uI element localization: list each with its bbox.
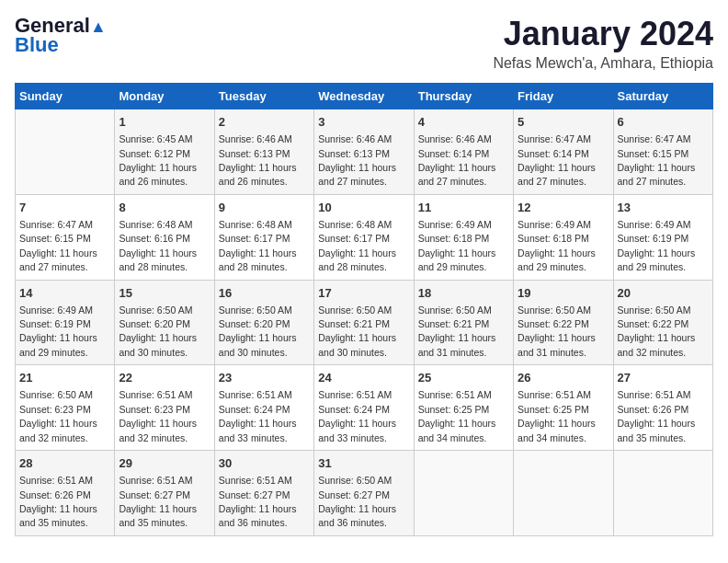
daylight-text: Daylight: 11 hours and 33 minutes. [318, 418, 396, 442]
header-thursday: Thursday [414, 84, 513, 109]
header-monday: Monday [115, 84, 214, 109]
day-number: 17 [318, 285, 409, 302]
day-number: 10 [318, 200, 409, 216]
sunrise-text: Sunrise: 6:50 AM [618, 304, 691, 316]
day-number: 22 [119, 370, 210, 386]
day-number: 15 [119, 285, 210, 302]
day-number: 20 [618, 285, 709, 302]
sunrise-text: Sunrise: 6:50 AM [318, 475, 392, 486]
sunset-text: Sunset: 6:27 PM [219, 489, 290, 500]
location-subtitle: Nefas Mewch'a, Amhara, Ethiopia [493, 55, 713, 72]
sunset-text: Sunset: 6:25 PM [418, 404, 490, 415]
sunset-text: Sunset: 6:26 PM [618, 404, 689, 415]
day-number: 24 [318, 370, 409, 386]
table-row: 14Sunrise: 6:49 AMSunset: 6:19 PMDayligh… [16, 280, 115, 365]
sunrise-text: Sunrise: 6:51 AM [119, 389, 192, 400]
sunrise-text: Sunrise: 6:47 AM [518, 133, 591, 144]
month-title: January 2024 [493, 15, 713, 53]
logo: General▲ Blue [15, 15, 107, 57]
day-number: 6 [618, 114, 709, 131]
weekday-header-row: Sunday Monday Tuesday Wednesday Thursday… [16, 84, 713, 109]
daylight-text: Daylight: 11 hours and 27 minutes. [19, 247, 97, 272]
table-row [514, 451, 613, 536]
table-row: 9Sunrise: 6:48 AMSunset: 6:17 PMDaylight… [214, 194, 313, 280]
sunrise-text: Sunrise: 6:50 AM [418, 304, 492, 316]
table-row: 25Sunrise: 6:51 AMSunset: 6:25 PMDayligh… [414, 365, 513, 451]
daylight-text: Daylight: 11 hours and 31 minutes. [518, 332, 596, 357]
header-saturday: Saturday [613, 84, 712, 109]
daylight-text: Daylight: 11 hours and 30 minutes. [318, 332, 396, 357]
daylight-text: Daylight: 11 hours and 34 minutes. [418, 418, 496, 442]
day-number: 12 [518, 200, 609, 216]
day-number: 11 [418, 200, 509, 216]
page-header: General▲ Blue January 2024 Nefas Mewch'a… [15, 15, 713, 72]
daylight-text: Daylight: 11 hours and 31 minutes. [418, 332, 496, 357]
day-number: 16 [219, 285, 310, 302]
table-row: 31Sunrise: 6:50 AMSunset: 6:27 PMDayligh… [314, 451, 414, 536]
day-number: 9 [219, 200, 310, 216]
sunset-text: Sunset: 6:25 PM [518, 404, 589, 415]
sunset-text: Sunset: 6:18 PM [418, 233, 490, 244]
header-sunday: Sunday [16, 84, 115, 109]
sunset-text: Sunset: 6:24 PM [318, 404, 390, 415]
sunrise-text: Sunrise: 6:46 AM [219, 133, 292, 144]
daylight-text: Daylight: 11 hours and 28 minutes. [219, 247, 297, 272]
table-row: 20Sunrise: 6:50 AMSunset: 6:22 PMDayligh… [613, 280, 712, 365]
sunrise-text: Sunrise: 6:47 AM [19, 219, 93, 230]
daylight-text: Daylight: 11 hours and 30 minutes. [219, 332, 297, 357]
daylight-text: Daylight: 11 hours and 28 minutes. [318, 247, 396, 272]
daylight-text: Daylight: 11 hours and 26 minutes. [219, 162, 297, 187]
sunset-text: Sunset: 6:17 PM [318, 233, 390, 244]
day-number: 21 [19, 370, 110, 386]
day-number: 13 [618, 200, 709, 216]
day-number: 4 [418, 114, 509, 131]
table-row: 13Sunrise: 6:49 AMSunset: 6:19 PMDayligh… [613, 194, 712, 280]
sunrise-text: Sunrise: 6:51 AM [219, 389, 292, 400]
day-number: 31 [318, 455, 409, 472]
daylight-text: Daylight: 11 hours and 27 minutes. [518, 162, 596, 187]
sunrise-text: Sunrise: 6:50 AM [19, 389, 93, 400]
daylight-text: Daylight: 11 hours and 35 minutes. [119, 503, 197, 528]
sunset-text: Sunset: 6:27 PM [119, 489, 190, 500]
sunset-text: Sunset: 6:20 PM [119, 318, 190, 329]
sunrise-text: Sunrise: 6:48 AM [318, 219, 392, 230]
sunset-text: Sunset: 6:18 PM [518, 233, 589, 244]
sunset-text: Sunset: 6:14 PM [418, 148, 490, 159]
daylight-text: Daylight: 11 hours and 35 minutes. [19, 503, 97, 528]
sunset-text: Sunset: 6:21 PM [418, 318, 490, 329]
table-row: 24Sunrise: 6:51 AMSunset: 6:24 PMDayligh… [314, 365, 414, 451]
sunrise-text: Sunrise: 6:49 AM [19, 304, 93, 316]
sunset-text: Sunset: 6:20 PM [219, 318, 290, 329]
daylight-text: Daylight: 11 hours and 29 minutes. [19, 332, 97, 357]
sunset-text: Sunset: 6:16 PM [119, 233, 190, 244]
daylight-text: Daylight: 11 hours and 27 minutes. [618, 162, 696, 187]
day-number: 1 [119, 114, 210, 131]
day-number: 3 [318, 114, 409, 131]
table-row: 2Sunrise: 6:46 AMSunset: 6:13 PMDaylight… [214, 109, 313, 195]
table-row: 23Sunrise: 6:51 AMSunset: 6:24 PMDayligh… [214, 365, 313, 451]
daylight-text: Daylight: 11 hours and 33 minutes. [219, 418, 297, 442]
day-number: 7 [19, 200, 110, 216]
calendar-week-row: 7Sunrise: 6:47 AMSunset: 6:15 PMDaylight… [16, 194, 713, 280]
sunrise-text: Sunrise: 6:51 AM [119, 475, 192, 486]
sunrise-text: Sunrise: 6:46 AM [318, 133, 392, 144]
table-row: 16Sunrise: 6:50 AMSunset: 6:20 PMDayligh… [214, 280, 313, 365]
daylight-text: Daylight: 11 hours and 34 minutes. [518, 418, 596, 442]
daylight-text: Daylight: 11 hours and 30 minutes. [119, 332, 197, 357]
table-row: 18Sunrise: 6:50 AMSunset: 6:21 PMDayligh… [414, 280, 513, 365]
sunset-text: Sunset: 6:13 PM [219, 148, 290, 159]
sunset-text: Sunset: 6:15 PM [618, 148, 689, 159]
table-row: 29Sunrise: 6:51 AMSunset: 6:27 PMDayligh… [115, 451, 214, 536]
table-row: 17Sunrise: 6:50 AMSunset: 6:21 PMDayligh… [314, 280, 414, 365]
daylight-text: Daylight: 11 hours and 35 minutes. [618, 418, 696, 442]
sunset-text: Sunset: 6:12 PM [119, 148, 190, 159]
sunrise-text: Sunrise: 6:49 AM [518, 219, 591, 230]
daylight-text: Daylight: 11 hours and 32 minutes. [618, 332, 696, 357]
sunset-text: Sunset: 6:24 PM [219, 404, 290, 415]
table-row: 1Sunrise: 6:45 AMSunset: 6:12 PMDaylight… [115, 109, 214, 195]
table-row: 5Sunrise: 6:47 AMSunset: 6:14 PMDaylight… [514, 109, 613, 195]
daylight-text: Daylight: 11 hours and 27 minutes. [318, 162, 396, 187]
sunset-text: Sunset: 6:22 PM [618, 318, 689, 329]
sunrise-text: Sunrise: 6:49 AM [618, 219, 691, 230]
table-row: 12Sunrise: 6:49 AMSunset: 6:18 PMDayligh… [514, 194, 613, 280]
